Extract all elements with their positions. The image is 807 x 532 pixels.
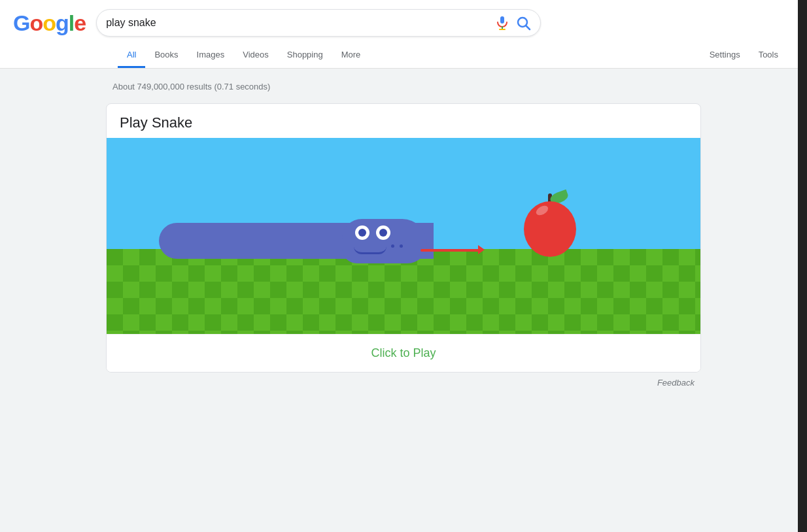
- snake-smile: [354, 246, 386, 254]
- snake-pupil-right: [379, 229, 387, 237]
- snake-nostril-left: [391, 244, 394, 248]
- search-box: play snake: [96, 9, 541, 37]
- mic-icon[interactable]: [494, 15, 510, 31]
- tab-more[interactable]: More: [332, 43, 370, 68]
- logo-g2: g: [56, 10, 69, 35]
- right-strip: [798, 0, 807, 532]
- search-icon[interactable]: [515, 15, 531, 31]
- logo-l: l: [69, 10, 74, 35]
- tab-images[interactable]: Images: [188, 43, 234, 68]
- feedback-link[interactable]: Feedback: [657, 378, 695, 388]
- header: Google play snake All: [0, 0, 807, 69]
- feedback-area: Feedback: [106, 373, 701, 393]
- tab-all[interactable]: All: [118, 43, 145, 68]
- snake-head: [342, 219, 427, 263]
- tab-books[interactable]: Books: [145, 43, 187, 68]
- game-area[interactable]: [107, 138, 700, 334]
- logo-o2: o: [43, 10, 56, 35]
- logo-e: e: [74, 10, 86, 35]
- nav-right: Settings Tools: [700, 43, 787, 68]
- header-top: Google play snake: [13, 9, 794, 37]
- search-input[interactable]: play snake: [106, 17, 488, 29]
- tab-shopping[interactable]: Shopping: [278, 43, 332, 68]
- results-info: About 749,000,000 results (0.71 seconds): [112, 82, 701, 91]
- snake-pupil-left: [358, 229, 366, 237]
- main-content: About 749,000,000 results (0.71 seconds)…: [93, 69, 714, 393]
- click-to-play-button[interactable]: Click to Play: [107, 334, 700, 372]
- svg-rect-0: [500, 16, 504, 24]
- snake-card-title: Play Snake: [107, 104, 700, 138]
- snake-card: Play Snake: [106, 103, 701, 373]
- snake-eye-left: [355, 225, 369, 240]
- search-icons: [494, 15, 531, 31]
- logo-g: G: [13, 10, 29, 35]
- svg-line-4: [526, 26, 530, 30]
- snake-nostril-right: [400, 244, 403, 248]
- tab-videos[interactable]: Videos: [233, 43, 278, 68]
- nav-tabs: All Books Images Videos Shopping More Se…: [13, 43, 794, 68]
- snake-eye-right: [376, 225, 390, 240]
- snake-tongue: [421, 249, 479, 252]
- logo-o1: o: [29, 10, 43, 35]
- google-logo[interactable]: Google: [13, 10, 86, 36]
- game-apple: [524, 201, 576, 257]
- tab-settings[interactable]: Settings: [700, 43, 749, 68]
- apple-body: [524, 201, 576, 257]
- tab-tools[interactable]: Tools: [749, 43, 787, 68]
